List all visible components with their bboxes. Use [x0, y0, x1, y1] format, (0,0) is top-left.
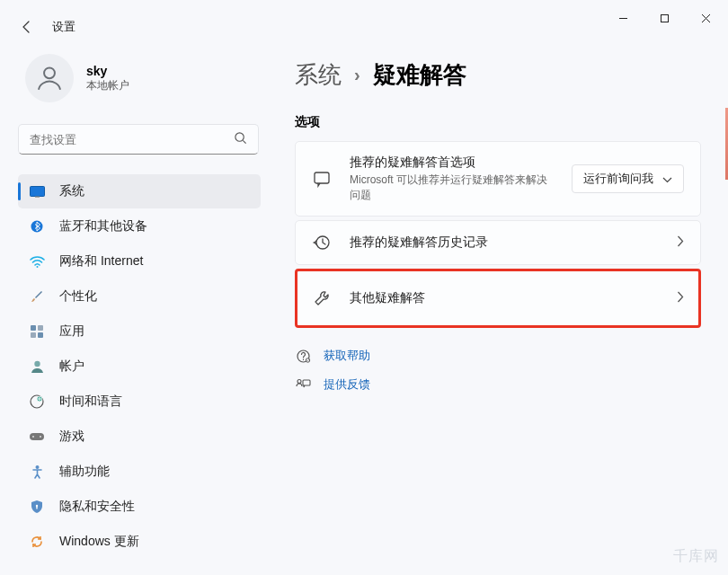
chat-icon: [312, 170, 332, 188]
svg-point-18: [40, 436, 41, 438]
svg-rect-6: [35, 196, 40, 197]
card-recommended-preference[interactable]: 推荐的疑难解答首选项 Microsoft 可以推荐并运行疑难解答来解决问题 运行…: [295, 141, 701, 217]
sidebar-item-label: 蓝牙和其他设备: [59, 218, 147, 234]
chevron-right-icon: [677, 290, 684, 306]
recommended-action-dropdown[interactable]: 运行前询问我: [572, 164, 684, 193]
bluetooth-icon: [29, 218, 45, 234]
sidebar-item-system[interactable]: 系统: [18, 174, 261, 208]
main-content: 系统 › 疑难解答 选项 推荐的疑难解答首选项 Microsoft 可以推荐并运…: [270, 36, 728, 560]
breadcrumb-separator: ›: [354, 65, 360, 85]
link-feedback[interactable]: 提供反馈: [295, 376, 701, 393]
svg-point-8: [36, 266, 38, 268]
svg-rect-10: [38, 325, 43, 331]
sidebar-item-privacy[interactable]: 隐私和安全性: [18, 490, 261, 524]
sidebar-item-apps[interactable]: 应用: [18, 314, 261, 349]
shield-icon: [29, 499, 45, 515]
search-box[interactable]: [18, 124, 259, 155]
svg-rect-27: [303, 380, 310, 385]
sidebar-item-label: 应用: [59, 323, 84, 340]
sidebar-item-accounts[interactable]: 帐户: [18, 349, 261, 384]
accessibility-icon: [29, 464, 45, 480]
svg-point-2: [44, 67, 55, 78]
dropdown-value: 运行前询问我: [583, 171, 653, 187]
user-subtitle: 本地帐户: [86, 78, 129, 93]
sidebar-item-personalization[interactable]: 个性化: [18, 279, 261, 314]
back-button[interactable]: [18, 18, 36, 36]
sidebar-item-gaming[interactable]: 游戏: [18, 420, 261, 454]
wrench-icon: [312, 289, 332, 307]
breadcrumb-current: 疑难解答: [373, 59, 466, 91]
sidebar-item-time-language[interactable]: 时间和语言: [18, 385, 261, 419]
sidebar-item-label: 辅助功能: [59, 464, 110, 480]
svg-point-13: [34, 361, 40, 367]
display-icon: [29, 183, 45, 199]
svg-point-20: [36, 505, 38, 507]
sidebar-item-label: 游戏: [59, 429, 84, 445]
sidebar-item-label: Windows 更新: [59, 534, 139, 550]
person-icon: [29, 358, 45, 375]
apps-icon: [29, 323, 45, 340]
sidebar-item-label: 系统: [59, 183, 84, 199]
link-text: 提供反馈: [324, 376, 370, 393]
chevron-down-icon: [662, 172, 672, 186]
sidebar-item-update[interactable]: Windows 更新: [18, 525, 261, 559]
nav-list: 系统 蓝牙和其他设备 网络和 Internet 个性化 应用 帐户: [18, 174, 270, 559]
sidebar-item-label: 时间和语言: [59, 394, 122, 410]
sidebar-item-label: 网络和 Internet: [59, 253, 143, 270]
sidebar-item-label: 隐私和安全性: [59, 499, 135, 515]
svg-point-19: [35, 465, 39, 469]
user-name: sky: [86, 64, 129, 78]
minimize-button[interactable]: [602, 4, 644, 32]
section-options-label: 选项: [295, 114, 701, 130]
gamepad-icon: [29, 429, 45, 445]
svg-point-17: [32, 436, 34, 438]
feedback-icon: [295, 378, 311, 392]
search-icon: [234, 131, 247, 148]
wifi-icon: [29, 253, 45, 270]
svg-rect-22: [315, 172, 329, 183]
link-get-help[interactable]: 获取帮助: [295, 348, 701, 364]
svg-line-4: [243, 140, 245, 143]
history-icon: [312, 234, 332, 252]
titlebar: 设置: [0, 0, 728, 36]
chevron-right-icon: [677, 234, 684, 251]
card-title: 推荐的疑难解答历史记录: [350, 234, 677, 251]
svg-rect-1: [661, 14, 668, 22]
svg-rect-21: [36, 507, 37, 509]
breadcrumb: 系统 › 疑难解答: [295, 59, 701, 91]
avatar: [25, 54, 74, 102]
svg-rect-12: [38, 332, 43, 338]
sidebar: sky 本地帐户 系统 蓝牙和其他设备 网络和 Internet: [0, 36, 270, 560]
card-title: 其他疑难解答: [350, 290, 677, 306]
svg-point-3: [235, 132, 244, 140]
card-other-troubleshooters[interactable]: 其他疑难解答: [295, 269, 701, 328]
app-title: 设置: [52, 19, 75, 35]
svg-rect-16: [30, 433, 44, 440]
sidebar-item-bluetooth[interactable]: 蓝牙和其他设备: [18, 209, 261, 243]
link-text: 获取帮助: [324, 348, 370, 364]
card-history[interactable]: 推荐的疑难解答历史记录: [295, 220, 701, 265]
svg-point-26: [297, 379, 301, 383]
maximize-button[interactable]: [644, 4, 685, 32]
watermark: 千库网: [673, 547, 719, 566]
sidebar-item-label: 帐户: [59, 358, 84, 375]
sidebar-item-accessibility[interactable]: 辅助功能: [18, 455, 261, 489]
breadcrumb-parent[interactable]: 系统: [295, 59, 342, 91]
search-input[interactable]: [30, 133, 234, 146]
sidebar-item-label: 个性化: [59, 288, 97, 305]
svg-rect-11: [31, 332, 36, 338]
globe-icon: [29, 394, 45, 410]
card-subtitle: Microsoft 可以推荐并运行疑难解答来解决问题: [350, 172, 547, 203]
brush-icon: [29, 288, 45, 305]
update-icon: [29, 534, 45, 550]
card-title: 推荐的疑难解答首选项: [350, 155, 572, 171]
svg-rect-5: [30, 186, 44, 196]
help-icon: [295, 349, 311, 364]
svg-rect-9: [31, 325, 36, 331]
close-button[interactable]: [685, 4, 726, 32]
sidebar-item-network[interactable]: 网络和 Internet: [18, 244, 261, 279]
user-block[interactable]: sky 本地帐户: [18, 54, 270, 102]
